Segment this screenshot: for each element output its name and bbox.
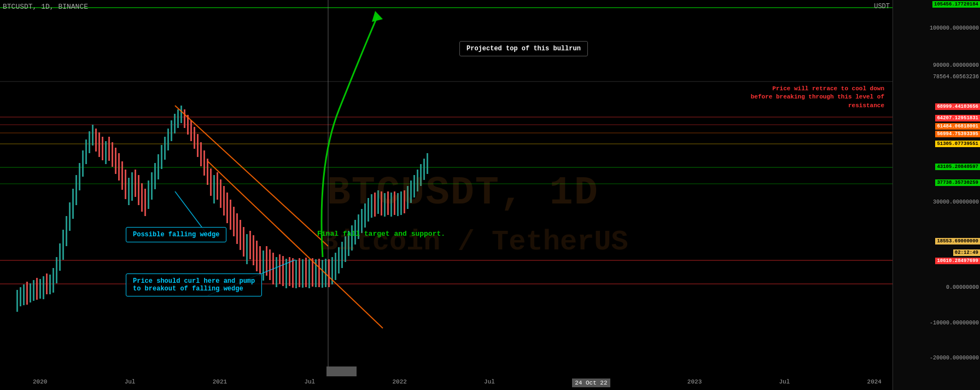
svg-rect-24 bbox=[59, 243, 61, 271]
svg-rect-130 bbox=[407, 186, 409, 209]
svg-rect-90 bbox=[276, 257, 277, 287]
svg-rect-27 bbox=[69, 202, 71, 231]
price-badge-43105: 43105.20840597 bbox=[935, 164, 980, 170]
svg-rect-35 bbox=[95, 129, 97, 152]
xaxis-jul4: Jul bbox=[779, 379, 790, 387]
price-badge-37738: 37738.35730259 bbox=[935, 179, 980, 186]
xaxis-oct22: 24 Oct 22 bbox=[572, 379, 610, 387]
svg-rect-46 bbox=[131, 172, 133, 201]
svg-rect-134 bbox=[420, 164, 422, 186]
svg-marker-139 bbox=[372, 11, 383, 22]
svg-rect-97 bbox=[299, 258, 300, 287]
svg-rect-18 bbox=[39, 279, 41, 299]
svg-rect-118 bbox=[368, 198, 369, 222]
svg-rect-21 bbox=[49, 275, 51, 294]
svg-rect-86 bbox=[262, 251, 264, 281]
svg-rect-95 bbox=[292, 258, 294, 288]
svg-rect-38 bbox=[105, 141, 107, 164]
svg-rect-49 bbox=[141, 183, 143, 212]
svg-rect-77 bbox=[233, 207, 235, 236]
xaxis-jul3: Jul bbox=[484, 379, 495, 387]
svg-rect-45 bbox=[128, 178, 130, 205]
svg-rect-25 bbox=[62, 230, 64, 260]
svg-rect-59 bbox=[174, 114, 176, 133]
svg-rect-15 bbox=[30, 283, 31, 302]
price-badge-61484: 61484.06818001 bbox=[935, 123, 980, 130]
svg-rect-52 bbox=[151, 172, 153, 200]
svg-rect-91 bbox=[279, 254, 281, 284]
x-axis: 2020 Jul 2021 Jul 2022 Jul 24 Oct 22 202… bbox=[0, 379, 892, 387]
svg-rect-79 bbox=[240, 220, 241, 250]
svg-rect-84 bbox=[256, 241, 258, 271]
svg-rect-113 bbox=[351, 225, 353, 251]
projected-top-text: Projected top of this bullrun bbox=[466, 45, 581, 53]
time-badge: 02:12:49 bbox=[953, 249, 980, 256]
svg-rect-82 bbox=[249, 231, 251, 259]
svg-rect-64 bbox=[190, 120, 192, 141]
svg-rect-83 bbox=[253, 235, 254, 265]
svg-rect-62 bbox=[184, 109, 185, 128]
svg-rect-33 bbox=[89, 131, 90, 153]
svg-rect-98 bbox=[302, 259, 304, 288]
retrace-text: Price will retrace to cool downbefore br… bbox=[751, 85, 884, 109]
svg-rect-28 bbox=[72, 189, 74, 219]
price-level-105456: 105456.17720184 bbox=[932, 1, 980, 8]
svg-rect-53 bbox=[154, 163, 156, 189]
svg-rect-36 bbox=[98, 132, 100, 157]
price-label-78564: 78564.60563236 bbox=[933, 74, 979, 80]
svg-rect-120 bbox=[374, 193, 376, 217]
svg-rect-142 bbox=[326, 366, 357, 376]
svg-rect-135 bbox=[423, 159, 425, 180]
price-curl-text: Price should curl here and pumpto breako… bbox=[133, 277, 255, 293]
svg-rect-100 bbox=[308, 259, 310, 288]
svg-rect-108 bbox=[335, 253, 336, 280]
svg-rect-110 bbox=[341, 242, 343, 268]
svg-rect-73 bbox=[220, 179, 221, 208]
svg-rect-60 bbox=[177, 109, 179, 128]
svg-rect-74 bbox=[223, 186, 225, 216]
svg-rect-94 bbox=[289, 257, 290, 286]
svg-rect-104 bbox=[322, 260, 323, 288]
svg-rect-56 bbox=[164, 137, 166, 160]
svg-rect-39 bbox=[108, 137, 110, 161]
xaxis-jul1: Jul bbox=[125, 379, 136, 387]
svg-rect-78 bbox=[236, 213, 238, 244]
svg-rect-96 bbox=[295, 260, 297, 288]
svg-rect-123 bbox=[384, 193, 386, 217]
svg-rect-111 bbox=[345, 236, 346, 262]
svg-rect-19 bbox=[43, 276, 44, 299]
svg-rect-122 bbox=[381, 191, 382, 216]
price-label-0: 0.00000000 bbox=[946, 284, 979, 290]
price-badge-64207: 64207.12951831 bbox=[935, 115, 980, 121]
svg-rect-32 bbox=[85, 139, 87, 164]
svg-rect-34 bbox=[92, 125, 94, 145]
svg-rect-20 bbox=[46, 273, 48, 294]
symbol-label: BTCUSDT, 1D, BINANCE bbox=[3, 3, 88, 11]
svg-rect-13 bbox=[23, 284, 25, 305]
svg-rect-75 bbox=[226, 193, 228, 223]
svg-rect-99 bbox=[305, 258, 307, 287]
svg-rect-88 bbox=[269, 249, 271, 280]
svg-rect-12 bbox=[20, 287, 21, 306]
svg-rect-119 bbox=[371, 194, 372, 218]
svg-rect-109 bbox=[338, 247, 340, 273]
svg-rect-29 bbox=[75, 175, 77, 205]
xaxis-2022: 2022 bbox=[392, 379, 406, 387]
svg-rect-131 bbox=[410, 181, 412, 203]
svg-rect-92 bbox=[282, 256, 284, 286]
svg-rect-30 bbox=[79, 163, 80, 190]
svg-rect-43 bbox=[121, 161, 123, 190]
svg-rect-57 bbox=[167, 129, 169, 150]
annotation-price-curl: Price should curl here and pumpto breako… bbox=[126, 273, 262, 296]
price-label-100000: 100000.00000000 bbox=[930, 25, 979, 31]
price-badge-18553: 18553.69000000 bbox=[935, 238, 980, 245]
svg-line-137 bbox=[175, 106, 328, 246]
svg-rect-26 bbox=[66, 216, 67, 246]
possible-wedge-text: Possible falling wedge bbox=[133, 231, 219, 238]
chart-svg bbox=[0, 0, 892, 390]
xaxis-2023: 2023 bbox=[687, 379, 702, 387]
svg-rect-121 bbox=[377, 190, 379, 214]
price-scale: 105456.17720184 100000.00000000 90000.00… bbox=[892, 0, 980, 390]
price-label-90000: 90000.00000000 bbox=[933, 62, 979, 68]
svg-rect-61 bbox=[180, 106, 182, 123]
